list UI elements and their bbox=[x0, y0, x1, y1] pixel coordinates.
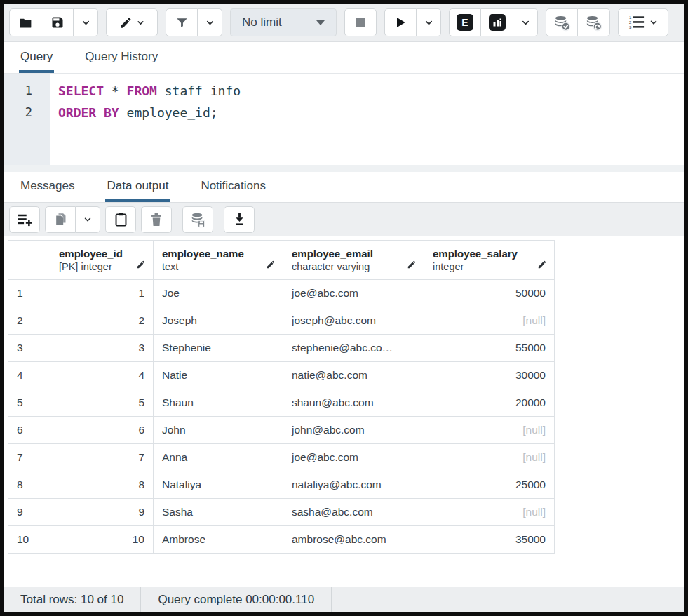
tab-data-output[interactable]: Data output bbox=[105, 179, 170, 202]
table-cell[interactable]: joe@abc.com bbox=[283, 280, 424, 307]
table-row: 44Natienatie@abc.com30000 bbox=[8, 362, 555, 389]
results-toolbar bbox=[4, 202, 684, 236]
row-number-cell[interactable]: 4 bbox=[8, 362, 50, 389]
row-number-cell[interactable]: 5 bbox=[8, 389, 50, 417]
save-data-changes-button[interactable] bbox=[182, 206, 213, 233]
explain-analyze-button[interactable] bbox=[481, 8, 513, 36]
table-cell[interactable]: sasha@abc.com bbox=[283, 499, 424, 526]
table-cell[interactable]: [null] bbox=[424, 499, 555, 526]
table-cell[interactable]: [null] bbox=[424, 417, 555, 444]
column-header-employee-salary[interactable]: employee_salary integer bbox=[424, 241, 555, 280]
table-cell[interactable]: 2 bbox=[50, 307, 154, 335]
table-cell[interactable]: Stephenie bbox=[154, 335, 283, 362]
row-number-cell[interactable]: 10 bbox=[8, 526, 50, 554]
table-cell[interactable]: 6 bbox=[50, 417, 154, 444]
execute-button[interactable] bbox=[384, 8, 417, 36]
table-cell[interactable]: Anna bbox=[154, 444, 283, 471]
table-cell[interactable]: 5 bbox=[50, 389, 154, 417]
table-cell[interactable]: 20000 bbox=[424, 389, 555, 417]
delete-row-button[interactable] bbox=[141, 206, 172, 233]
edit-menu-button[interactable] bbox=[106, 8, 158, 36]
table-cell[interactable]: 4 bbox=[50, 362, 154, 389]
table-cell[interactable]: [null] bbox=[424, 307, 555, 335]
commit-button[interactable] bbox=[546, 8, 578, 36]
column-header-employee-email[interactable]: employee_email character varying bbox=[283, 241, 424, 280]
table-cell[interactable]: 3 bbox=[50, 335, 154, 362]
trash-icon bbox=[150, 213, 163, 227]
filter-options-button[interactable] bbox=[198, 8, 222, 36]
edit-column-icon bbox=[407, 260, 417, 269]
save-file-button[interactable] bbox=[41, 8, 74, 36]
data-output-grid: employee_id [PK] integer employee_name bbox=[4, 236, 684, 587]
table-cell[interactable]: 30000 bbox=[424, 362, 555, 389]
row-number-cell[interactable]: 9 bbox=[8, 499, 50, 526]
sql-code-area[interactable]: SELECT * FROM staff_infoORDER BY employe… bbox=[50, 74, 684, 165]
row-number-cell[interactable]: 3 bbox=[8, 335, 50, 362]
save-options-button[interactable] bbox=[74, 8, 98, 36]
row-number-cell[interactable]: 6 bbox=[8, 417, 50, 444]
column-header-employee-id[interactable]: employee_id [PK] integer bbox=[50, 241, 154, 280]
table-cell[interactable]: 50000 bbox=[424, 280, 555, 307]
row-number-cell[interactable]: 8 bbox=[8, 471, 50, 499]
explain-options-button[interactable] bbox=[513, 8, 538, 36]
table-row: 22Josephjoseph@abc.com[null] bbox=[8, 307, 555, 335]
macros-button[interactable]: 1 2 3 bbox=[618, 8, 668, 36]
copy-options-button[interactable] bbox=[76, 206, 100, 233]
filter-button[interactable] bbox=[166, 8, 198, 36]
table-cell[interactable]: joseph@abc.com bbox=[283, 307, 424, 335]
select-all-header[interactable] bbox=[8, 241, 50, 280]
execute-options-button[interactable] bbox=[417, 8, 441, 36]
table-cell[interactable]: nataliya@abc.com bbox=[283, 471, 424, 499]
line-number: 2 bbox=[4, 102, 50, 123]
execute-play-icon bbox=[393, 15, 407, 29]
result-table: employee_id [PK] integer employee_name bbox=[8, 240, 555, 554]
tab-query-history[interactable]: Query History bbox=[83, 50, 159, 73]
table-cell[interactable]: [null] bbox=[424, 444, 555, 471]
table-cell[interactable]: 1 bbox=[50, 280, 154, 307]
open-file-button[interactable] bbox=[9, 8, 41, 36]
sql-editor: 12 SELECT * FROM staff_infoORDER BY empl… bbox=[4, 74, 684, 165]
row-number-cell[interactable]: 7 bbox=[8, 444, 50, 471]
table-cell[interactable]: natie@abc.com bbox=[283, 362, 424, 389]
paste-button[interactable] bbox=[105, 206, 136, 233]
explain-letter: E bbox=[461, 17, 468, 28]
tab-messages[interactable]: Messages bbox=[19, 179, 76, 202]
line-number-gutter: 12 bbox=[4, 74, 50, 165]
column-header-employee-name[interactable]: employee_name text bbox=[154, 241, 283, 280]
table-cell[interactable]: ambrose@abc.com bbox=[283, 526, 424, 554]
tab-notifications[interactable]: Notifications bbox=[199, 179, 267, 202]
table-cell[interactable]: Ambrose bbox=[154, 526, 283, 554]
table-cell[interactable]: Natie bbox=[154, 362, 283, 389]
table-cell[interactable]: Shaun bbox=[154, 389, 283, 417]
table-cell[interactable]: 35000 bbox=[424, 526, 555, 554]
table-cell[interactable]: Joseph bbox=[154, 307, 283, 335]
cancel-query-button[interactable] bbox=[344, 8, 377, 36]
table-cell[interactable]: 10 bbox=[50, 526, 154, 554]
download-results-button[interactable] bbox=[224, 206, 255, 233]
row-limit-select[interactable]: No limit bbox=[230, 8, 337, 36]
table-cell[interactable]: 7 bbox=[50, 444, 154, 471]
add-row-button[interactable] bbox=[9, 206, 40, 233]
download-icon bbox=[233, 212, 246, 227]
table-cell[interactable]: Nataliya bbox=[154, 471, 283, 499]
table-cell[interactable]: 9 bbox=[50, 499, 154, 526]
table-cell[interactable]: Joe bbox=[154, 280, 283, 307]
table-cell[interactable]: John bbox=[154, 417, 283, 444]
rollback-button[interactable] bbox=[578, 8, 610, 36]
table-cell[interactable]: john@abc.com bbox=[283, 417, 424, 444]
panel-splitter[interactable] bbox=[4, 165, 684, 172]
table-cell[interactable]: stephenie@abc.co… bbox=[283, 335, 424, 362]
row-number-cell[interactable]: 2 bbox=[8, 307, 50, 335]
table-cell[interactable]: 25000 bbox=[424, 471, 555, 499]
open-file-icon bbox=[18, 15, 33, 30]
copy-button[interactable] bbox=[45, 206, 76, 233]
explain-button[interactable]: E bbox=[449, 8, 481, 36]
row-number-cell[interactable]: 1 bbox=[8, 280, 50, 307]
table-cell[interactable]: shaun@abc.com bbox=[283, 389, 424, 417]
chevron-down-icon bbox=[83, 215, 93, 225]
table-cell[interactable]: joe@abc.com bbox=[283, 444, 424, 471]
tab-query[interactable]: Query bbox=[19, 50, 54, 73]
table-cell[interactable]: 8 bbox=[50, 471, 154, 499]
table-cell[interactable]: Sasha bbox=[154, 499, 283, 526]
table-cell[interactable]: 55000 bbox=[424, 335, 555, 362]
